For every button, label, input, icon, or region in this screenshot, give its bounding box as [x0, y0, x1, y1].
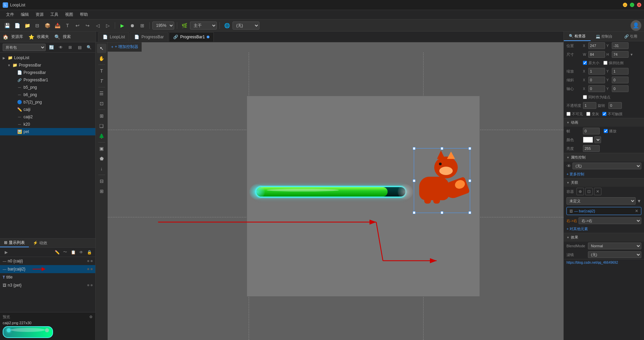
dl-curve[interactable]: 〜 [62, 249, 68, 256]
tb-stop[interactable]: ⏺ [128, 21, 137, 30]
pivot-y[interactable] [612, 85, 629, 92]
tab-console[interactable]: 💻 控制台 [591, 32, 617, 41]
tb-minus[interactable]: ⊟ [33, 21, 42, 30]
lib-refresh[interactable]: 🔄 [48, 44, 55, 51]
color-dropdown[interactable]: ▼ [594, 136, 601, 143]
keep-ratio-checkbox[interactable] [603, 61, 607, 65]
rt-select[interactable]: 右->右 [579, 217, 641, 224]
tool-hand[interactable]: ✋ [97, 54, 106, 63]
scale-x[interactable] [588, 68, 605, 75]
lib-search2[interactable]: 🔍 [85, 44, 93, 51]
tree-item-progressbar[interactable]: ▼ 📁 ProgressBar [0, 61, 95, 69]
tab-looplist[interactable]: 📄 LoopList [98, 32, 129, 42]
tb-redo[interactable]: ↪ [83, 21, 92, 30]
tree-item-k20[interactable]: ─ k20 [0, 121, 95, 128]
menu-file[interactable]: 文件 [3, 10, 17, 19]
lib-layout[interactable]: ▤ [76, 44, 83, 51]
tool-group[interactable]: ❑ [97, 121, 106, 131]
scale-y[interactable] [612, 68, 629, 75]
tool-text[interactable]: T [97, 66, 106, 76]
maximize-button[interactable]: □ [630, 3, 634, 7]
lib-grid[interactable]: ⊞ [66, 44, 74, 51]
tree-item-caiji[interactable]: ✏️ caiji [0, 106, 95, 113]
add-controller-button[interactable]: + + 增加控制器 [108, 42, 142, 52]
add-other-btn[interactable]: + 对其他元素 [564, 225, 644, 233]
tool-fill[interactable]: ▣ [97, 144, 106, 153]
tab-progressbar1[interactable]: 🔗 ProgressBar1 [169, 32, 214, 42]
original-size-checkbox[interactable] [583, 61, 587, 65]
effects-header[interactable]: ▼ 效果 [564, 233, 644, 242]
invisible-check[interactable]: 不可见 [566, 112, 583, 117]
container-select[interactable]: 未定义 [566, 197, 636, 205]
tb-text[interactable]: T [63, 21, 72, 30]
blendmode-select[interactable]: Normal [588, 243, 641, 249]
dl-eye2[interactable]: 👁 [78, 249, 85, 256]
close-button[interactable]: ✕ [637, 3, 641, 7]
menu-edit[interactable]: 编辑 [17, 10, 32, 19]
pc-select[interactable]: (无) [573, 163, 641, 169]
container-target-btn[interactable]: ⊕ [577, 188, 584, 195]
play-check[interactable]: 播放 [604, 129, 616, 134]
tb-fwd[interactable]: ▷ [103, 21, 112, 30]
tree-item-b5[interactable]: ─ b5_png [0, 84, 95, 91]
color-swatch[interactable] [583, 137, 593, 143]
tree-item-b6[interactable]: ─ b6_png [0, 91, 95, 98]
container-select-arrow[interactable]: ▼ [637, 199, 641, 204]
lib-eye[interactable]: 👁 [57, 44, 64, 51]
menu-help[interactable]: 帮助 [77, 10, 91, 19]
branch-select[interactable]: 主干 [190, 22, 217, 30]
tb-folder[interactable]: 📁 [23, 21, 32, 30]
package-filter[interactable]: 所有包 [3, 44, 46, 51]
size-h[interactable] [612, 51, 629, 58]
tool-select[interactable]: ↖ [97, 44, 106, 53]
dl-lock[interactable]: 🔒 [86, 249, 93, 256]
relation-item-close[interactable]: ✕ [635, 209, 638, 213]
tool-tree[interactable]: 🌲 [97, 131, 106, 141]
tool-load[interactable]: ↓ [97, 164, 106, 173]
tree-item-caiji2[interactable]: ─ caiji2 [0, 113, 95, 121]
menu-assets[interactable]: 资源 [32, 10, 47, 19]
more-control-btn[interactable]: + 更多控制 [564, 170, 644, 178]
invisible-checkbox[interactable] [566, 112, 571, 116]
gray-check[interactable]: 变灰 [586, 112, 599, 117]
menu-view[interactable]: 视图 [62, 10, 77, 19]
anchor-checkbox[interactable] [583, 95, 587, 99]
canvas-view[interactable]: + + 增加控制器 [108, 42, 563, 340]
tab-animation[interactable]: ⚡ 动效 [29, 239, 51, 247]
tree-item-progressbar-file[interactable]: 📄 ProgressBar [0, 69, 95, 76]
zoom-select[interactable]: 195% 100% 150% 200% [152, 22, 174, 30]
container-expand-btn[interactable]: ⊡ [585, 188, 593, 195]
tab-reference[interactable]: 🔗 引用 [617, 32, 644, 41]
tb-import[interactable]: 📥 [53, 21, 62, 30]
alpha-value[interactable] [583, 102, 596, 109]
keep-ratio-check[interactable]: 保持比例 [603, 60, 624, 66]
tree-item-progressbar1[interactable]: 🔗 ProgressBar1 [0, 76, 95, 84]
tb-play[interactable]: ▶ [118, 21, 127, 30]
tool-stretch[interactable]: ⊟ [97, 176, 106, 186]
tool-shape[interactable]: ⬟ [97, 154, 106, 163]
dl-item-title[interactable]: T title [0, 273, 95, 281]
dl-copy[interactable]: 📋 [70, 249, 77, 256]
anchor-check[interactable]: 同时作为锚点 [583, 95, 610, 100]
tool-grid2[interactable]: ⊞ [97, 186, 106, 196]
pivot-x[interactable] [588, 85, 605, 92]
tool-list[interactable]: ☰ [97, 89, 106, 98]
play-checkbox[interactable] [604, 129, 608, 133]
tree-item-b72[interactable]: 🔵 b7(2)_png [0, 98, 95, 106]
tool-component[interactable]: ⊞ [97, 111, 106, 121]
rotate-value[interactable] [608, 102, 622, 109]
dl-play[interactable]: ▶ [3, 249, 9, 256]
no-touch-checkbox[interactable] [602, 112, 606, 116]
platform-select[interactable]: (无) [233, 22, 259, 30]
gray-checkbox[interactable] [586, 112, 590, 116]
tb-new[interactable]: 📄 [13, 21, 21, 30]
tool-rect[interactable]: ⊡ [97, 99, 106, 108]
tb-back[interactable]: ◁ [93, 21, 102, 30]
size-w[interactable] [588, 51, 605, 58]
dl-item-bar[interactable]: — bar{caiji2} [0, 265, 95, 273]
tb-undo[interactable]: ↩ [73, 21, 82, 30]
tab-display-list[interactable]: ⊞ 显示列表 [0, 239, 29, 247]
tb-pkg[interactable]: 📦 [43, 21, 52, 30]
search-title[interactable]: 搜索 [63, 34, 71, 40]
dl-item-n3[interactable]: 🖼 n3 {pet} [0, 281, 95, 289]
